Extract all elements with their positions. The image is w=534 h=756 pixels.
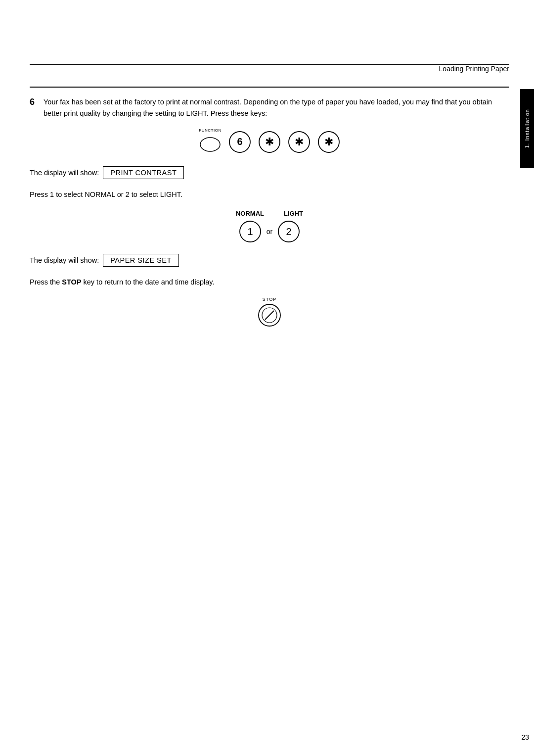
function-key: FUNCTION — [199, 128, 221, 155]
svg-text:2: 2 — [286, 226, 292, 237]
step-block: 6 Your fax has been set at the factory t… — [30, 96, 509, 119]
stop-instruction-text: Press the STOP key to return to the date… — [30, 277, 509, 288]
separator — [30, 87, 509, 88]
keys-row: FUNCTION 6 ✱ ✱ — [30, 128, 509, 155]
options-buttons: 1 or 2 — [239, 220, 300, 243]
page-header: Loading Printing Paper — [30, 64, 509, 77]
step-number: 6 — [30, 96, 44, 107]
svg-text:✱: ✱ — [324, 136, 333, 148]
svg-text:6: 6 — [237, 136, 242, 147]
svg-point-0 — [200, 138, 220, 151]
key-star-3-icon: ✱ — [317, 131, 340, 153]
side-tab: 1. Installation — [520, 89, 534, 168]
page-header-title: Loading Printing Paper — [439, 65, 509, 73]
key-6-icon: 6 — [228, 131, 251, 153]
stop-key-inline: STOP — [62, 278, 81, 286]
key-star-1: ✱ — [258, 131, 281, 153]
display-label-2: The display will show: — [30, 256, 99, 264]
display-box-1: PRINT CONTRAST — [103, 166, 184, 179]
stop-key-icon — [257, 303, 282, 328]
svg-line-15 — [265, 311, 274, 320]
svg-text:✱: ✱ — [265, 136, 274, 148]
key-star-1-icon: ✱ — [258, 131, 281, 153]
normal-label: NORMAL — [236, 210, 264, 217]
press-instruction: Press 1 to select NORMAL or 2 to select … — [30, 189, 509, 200]
display-label-1: The display will show: — [30, 169, 99, 177]
options-labels: NORMAL LIGHT — [236, 210, 303, 217]
key-star-3: ✱ — [317, 131, 340, 153]
key-star-2-icon: ✱ — [288, 131, 311, 153]
key-1-icon: 1 — [239, 220, 262, 243]
stop-label: STOP — [263, 297, 276, 302]
function-key-icon — [199, 134, 221, 155]
key-star-2: ✱ — [288, 131, 311, 153]
display-row-2: The display will show: PAPER SIZE SET — [30, 254, 509, 267]
function-label: FUNCTION — [199, 128, 221, 133]
or-text: or — [267, 228, 272, 236]
step-text: Your fax has been set at the factory to … — [44, 96, 509, 119]
key-2-icon: 2 — [277, 220, 300, 243]
main-content: Loading Printing Paper 6 Your fax has be… — [30, 64, 509, 726]
light-label: LIGHT — [284, 210, 303, 217]
key-6: 6 — [228, 131, 251, 153]
svg-text:✱: ✱ — [295, 136, 304, 148]
display-row-1: The display will show: PRINT CONTRAST — [30, 166, 509, 179]
display-box-2: PAPER SIZE SET — [103, 254, 179, 267]
side-tab-label: 1. Installation — [524, 109, 530, 148]
stop-key-container: STOP — [30, 297, 509, 328]
options-row: NORMAL LIGHT 1 or 2 — [30, 210, 509, 243]
svg-text:1: 1 — [247, 226, 253, 237]
page-number: 23 — [521, 733, 529, 741]
